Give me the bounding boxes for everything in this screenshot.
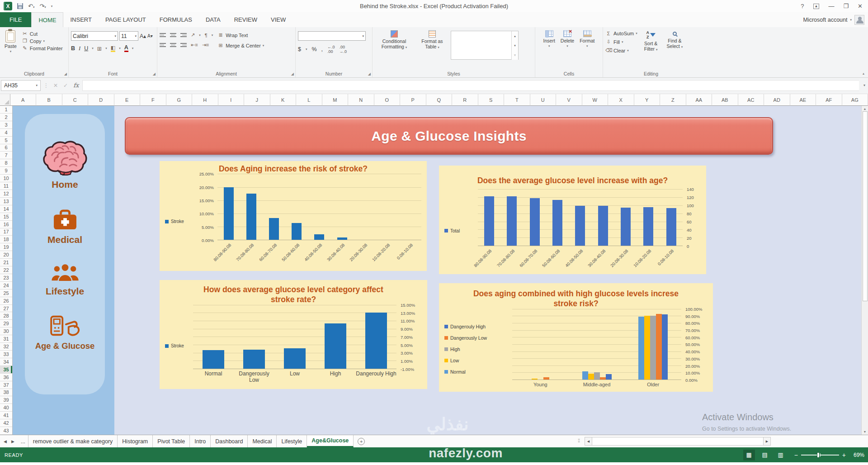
collapse-ribbon-icon[interactable]: ▴ <box>863 71 864 76</box>
zoom-out-icon[interactable]: − <box>794 451 798 459</box>
row-header-13[interactable]: 13 <box>0 198 12 205</box>
sheet-tab-lifestyle[interactable]: Lifestyle <box>277 435 307 447</box>
sheet-tab-histogram[interactable]: Histogram <box>118 435 153 447</box>
cancel-entry-icon[interactable]: ✕ <box>52 82 60 89</box>
italic-button[interactable]: I <box>79 45 80 52</box>
row-header-10[interactable]: 10 <box>0 175 12 182</box>
insert-function-icon[interactable]: fx <box>71 82 80 89</box>
sheet-tab-age-glucose[interactable]: Age&Glucose <box>307 435 354 447</box>
alignment-dialog-launcher-icon[interactable]: ◢ <box>291 72 294 76</box>
ribbon-tab-page-layout[interactable]: PAGE LAYOUT <box>99 12 153 27</box>
merge-center-button[interactable]: ⊞Merge & Center▾ <box>217 43 264 48</box>
number-dialog-launcher-icon[interactable]: ◢ <box>368 72 371 76</box>
select-all-corner[interactable] <box>0 94 10 106</box>
column-header-K[interactable]: K <box>270 94 297 106</box>
vertical-scrollbar[interactable]: ▲ ▼ <box>861 106 868 435</box>
fill-color-icon[interactable]: ◧ <box>111 45 115 52</box>
sidebar-item-medical[interactable]: Medical <box>25 209 105 245</box>
fill-button[interactable]: ⇩Fill▾ <box>605 39 637 45</box>
chart-panel-age-glucose-combined[interactable]: Does aging combined with high glucose le… <box>439 283 713 392</box>
sheet-tab-medical[interactable]: Medical <box>248 435 277 447</box>
sheet-tab-pivot-table[interactable]: Pivot Table <box>153 435 190 447</box>
cell-styles-gallery[interactable]: ▴ ▾ ▿ <box>451 31 519 60</box>
ribbon-tab-view[interactable]: VIEW <box>264 12 292 27</box>
sheet-canvas[interactable]: HomeMedicalLifestyleAge & Glucose Age & … <box>13 106 861 435</box>
sheet-overflow-button[interactable]: ... <box>18 435 28 447</box>
column-header-D[interactable]: D <box>88 94 114 106</box>
column-header-AA[interactable]: AA <box>686 94 712 106</box>
row-header-4[interactable]: 4 <box>0 129 12 137</box>
column-header-I[interactable]: I <box>218 94 245 106</box>
align-top-icon[interactable] <box>160 33 166 37</box>
formula-input[interactable] <box>82 80 859 91</box>
row-header-27[interactable]: 27 <box>0 305 12 313</box>
column-header-S[interactable]: S <box>478 94 505 106</box>
decrease-font-icon[interactable]: A▾ <box>147 33 153 38</box>
column-header-L[interactable]: L <box>296 94 322 106</box>
row-header-40[interactable]: 40 <box>0 404 12 412</box>
close-icon[interactable]: ✕ <box>858 3 863 9</box>
row-header-29[interactable]: 29 <box>0 320 12 327</box>
column-header-C[interactable]: C <box>62 94 89 106</box>
column-header-AF[interactable]: AF <box>816 94 842 106</box>
row-header-41[interactable]: 41 <box>0 412 12 419</box>
conditional-formatting-button[interactable]: ConditionalFormatting ▾ <box>375 28 414 70</box>
minimize-icon[interactable]: — <box>828 3 834 9</box>
column-header-AE[interactable]: AE <box>790 94 816 106</box>
row-header-43[interactable]: 43 <box>0 427 12 435</box>
clipboard-dialog-launcher-icon[interactable]: ◢ <box>64 72 67 76</box>
column-header-H[interactable]: H <box>192 94 218 106</box>
row-header-7[interactable]: 7 <box>0 152 12 159</box>
column-header-R[interactable]: R <box>452 94 478 106</box>
row-header-36[interactable]: 36 <box>0 374 12 381</box>
cut-button[interactable]: ✂Cut <box>22 31 63 37</box>
chart-panel-aging-stroke-risk[interactable]: Does Aging increase the risk of stroke?S… <box>160 161 427 271</box>
row-header-37[interactable]: 37 <box>0 381 12 389</box>
decrease-decimal-icon[interactable]: .00→.0 <box>340 45 347 54</box>
row-header-30[interactable]: 30 <box>0 327 12 335</box>
ribbon-display-options-icon[interactable]: ▲ <box>813 4 820 9</box>
text-direction-icon[interactable]: ¶ <box>205 33 208 38</box>
font-dialog-launcher-icon[interactable]: ◢ <box>153 72 156 76</box>
tab-scrollbar-splitter[interactable]: ⁞⁞ <box>578 438 580 443</box>
undo-icon[interactable]: ↶▾ <box>28 3 34 9</box>
normal-view-button[interactable]: ▦ <box>743 450 755 460</box>
row-header-39[interactable]: 39 <box>0 396 12 404</box>
ribbon-tab-file[interactable]: FILE <box>0 12 31 27</box>
hscroll-left-icon[interactable]: ◀ <box>585 437 592 446</box>
align-left-icon[interactable] <box>160 43 166 47</box>
increase-font-icon[interactable]: A▴ <box>140 33 146 39</box>
row-header-19[interactable]: 19 <box>0 243 12 251</box>
row-header-8[interactable]: 8 <box>0 159 12 167</box>
column-header-N[interactable]: N <box>348 94 374 106</box>
align-center-icon[interactable] <box>170 43 176 47</box>
column-header-AD[interactable]: AD <box>764 94 790 106</box>
vertical-scroll-thumb[interactable] <box>863 111 868 301</box>
gallery-down-icon[interactable]: ▾ <box>511 41 518 50</box>
increase-decimal-icon[interactable]: ←.0.00 <box>327 45 335 54</box>
sidebar-item-lifestyle[interactable]: Lifestyle <box>25 263 105 297</box>
row-header-28[interactable]: 28 <box>0 312 12 320</box>
column-header-O[interactable]: O <box>374 94 401 106</box>
expand-formula-bar-icon[interactable]: ▾ <box>861 83 868 87</box>
account-label[interactable]: Microsoft account <box>803 17 848 23</box>
ribbon-tab-formulas[interactable]: FORMULAS <box>153 12 199 27</box>
hscroll-right-icon[interactable]: ▶ <box>763 437 771 446</box>
row-header-14[interactable]: 14 <box>0 205 12 213</box>
row-header-5[interactable]: 5 <box>0 137 12 144</box>
row-header-34[interactable]: 34 <box>0 358 12 366</box>
row-header-11[interactable]: 11 <box>0 182 12 190</box>
sidebar-item-home[interactable]: Home <box>25 140 105 190</box>
row-header-2[interactable]: 2 <box>0 114 12 121</box>
row-header-16[interactable]: 16 <box>0 221 12 228</box>
horizontal-scroll-thumb[interactable] <box>592 437 763 446</box>
column-header-P[interactable]: P <box>400 94 426 106</box>
row-header-6[interactable]: 6 <box>0 144 12 152</box>
column-header-M[interactable]: M <box>322 94 349 106</box>
save-icon[interactable] <box>17 3 23 9</box>
chart-panel-glucose-by-age[interactable]: Does the average glucose level increase … <box>439 166 706 274</box>
scroll-down-icon[interactable]: ▼ <box>863 430 867 433</box>
bold-button[interactable]: B <box>71 45 75 52</box>
row-header-15[interactable]: 15 <box>0 213 12 221</box>
confirm-entry-icon[interactable]: ✓ <box>61 82 70 89</box>
